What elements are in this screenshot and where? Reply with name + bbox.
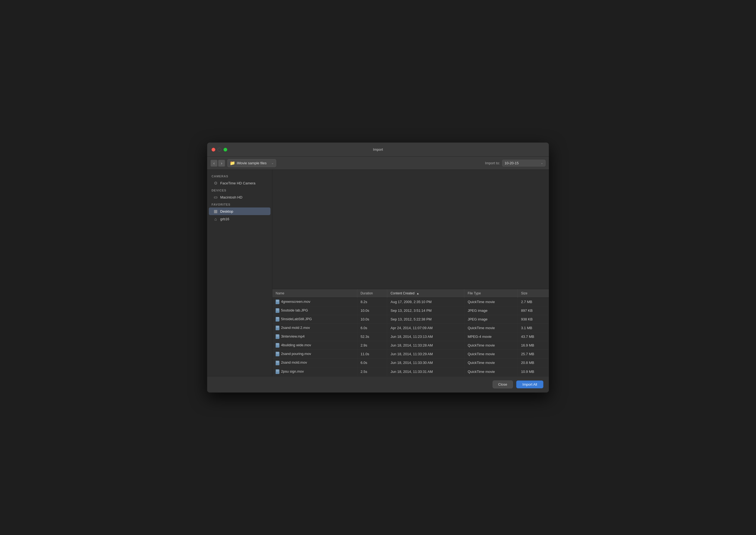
cell-content-created: Aug 17, 2009, 2:35:10 PM <box>387 298 464 306</box>
folder-selector[interactable]: 📁 iMovie sample files ⌄ <box>227 159 276 167</box>
back-button[interactable]: ‹ <box>210 160 217 167</box>
file-doc-icon <box>276 325 279 330</box>
table-row[interactable]: 2psu sign.mov2.5sJun 18, 2014, 11:33:31 … <box>272 367 549 376</box>
cell-duration: 11.0s <box>357 350 387 358</box>
cell-duration: 6.0s <box>357 324 387 332</box>
sidebar-item-grb16[interactable]: ⌂ grb16 <box>209 215 270 223</box>
cell-size: 3.1 MB <box>518 324 549 332</box>
cell-content-created: Jun 18, 2014, 11:23:13 AM <box>387 332 464 341</box>
cell-duration: 5.7s <box>357 376 387 376</box>
file-doc-icon <box>276 308 279 313</box>
cell-content-created: Jun 18, 2014, 11:33:28 AM <box>387 341 464 350</box>
file-doc-icon <box>276 352 279 356</box>
cell-size: 897 KB <box>518 306 549 315</box>
table-row[interactable]: 4greenscreen.mov8.2sAug 17, 2009, 2:35:1… <box>272 298 549 306</box>
table-row[interactable]: 3interview.mp452.3sJun 18, 2014, 11:23:1… <box>272 332 549 341</box>
home-icon: ⌂ <box>213 217 218 221</box>
table-row[interactable]: 2sand mold.mov6.0sJun 18, 2014, 11:33:30… <box>272 358 549 367</box>
cell-content-created: Apr 24, 2014, 11:07:09 AM <box>387 324 464 332</box>
col-name[interactable]: Name <box>272 289 357 298</box>
cell-content-created: Jun 18, 2014, 11:33:29 AM <box>387 350 464 358</box>
forward-button[interactable]: › <box>218 160 225 167</box>
close-window-button[interactable] <box>211 148 215 152</box>
sidebar-item-macintosh-hd[interactable]: ▭ Macintosh HD <box>209 193 270 201</box>
table-row[interactable]: 2sand pouring.mov11.0sJun 18, 2014, 11:3… <box>272 350 549 358</box>
cell-size: 2.7 MB <box>518 298 549 306</box>
cell-file-type: JPEG image <box>464 306 518 315</box>
folder-chevron-icon: ⌄ <box>271 161 274 165</box>
window-title: Import <box>373 148 383 152</box>
cell-name: 2sand pouring.mov <box>272 350 357 358</box>
table-row[interactable]: 2metal pouring 3 CU.mov5.7sJun 18, 2014,… <box>272 376 549 376</box>
table-row[interactable]: 4building wide.mov2.9sJun 18, 2014, 11:3… <box>272 341 549 350</box>
cell-name: 4greenscreen.mov <box>272 298 357 306</box>
cell-size: 10.9 MB <box>518 367 549 376</box>
cell-size: 20.8 MB <box>518 358 549 367</box>
cell-duration: 10.0s <box>357 306 387 315</box>
folder-icon: 📁 <box>230 160 235 166</box>
cell-content-created: Jun 18, 2014, 11:33:32 AM <box>387 376 464 376</box>
sidebar-item-desktop[interactable]: ▦ Desktop <box>209 208 270 215</box>
file-doc-icon <box>276 361 279 365</box>
cell-file-type: QuickTime movie <box>464 367 518 376</box>
table-row[interactable]: 5InsideLabStill.JPG10.0sSep 13, 2012, 5:… <box>272 315 549 324</box>
file-table-container[interactable]: Name Duration Content Created ▲ File Typ… <box>272 289 549 376</box>
cell-file-type: MPEG-4 movie <box>464 332 518 341</box>
nav-buttons: ‹ › <box>210 160 225 167</box>
cell-name: 3interview.mp4 <box>272 332 357 341</box>
cell-content-created: Sep 13, 2012, 5:22:38 PM <box>387 315 464 324</box>
sidebar-item-label: Macintosh HD <box>220 195 242 199</box>
folder-name: iMovie sample files <box>237 161 270 165</box>
sidebar-item-facetime[interactable]: ⊙ FaceTime HD Camera <box>209 179 270 187</box>
cell-duration: 52.3s <box>357 332 387 341</box>
cell-content-created: Sep 13, 2012, 3:51:14 PM <box>387 306 464 315</box>
sidebar: CAMERAS ⊙ FaceTime HD Camera DEVICES ▭ M… <box>207 170 272 376</box>
file-doc-icon <box>276 299 279 304</box>
cell-size: 20 MB <box>518 376 549 376</box>
main-content: CAMERAS ⊙ FaceTime HD Camera DEVICES ▭ M… <box>207 170 549 376</box>
cell-name: 2sand mold.mov <box>272 358 357 367</box>
table-body: 4greenscreen.mov8.2sAug 17, 2009, 2:35:1… <box>272 298 549 377</box>
sort-arrow-icon: ▲ <box>417 292 419 295</box>
table-row[interactable]: 5outside lab.JPG10.0sSep 13, 2012, 3:51:… <box>272 306 549 315</box>
favorites-section-label: FAVORITES <box>207 201 272 207</box>
maximize-window-button[interactable] <box>223 148 227 152</box>
cell-size: 25.7 MB <box>518 350 549 358</box>
file-doc-icon <box>276 334 279 339</box>
cell-duration: 2.5s <box>357 367 387 376</box>
cell-file-type: JPEG image <box>464 315 518 324</box>
cell-content-created: Jun 18, 2014, 11:33:30 AM <box>387 358 464 367</box>
cell-name: 5InsideLabStill.JPG <box>272 315 357 324</box>
file-doc-icon <box>276 317 279 322</box>
import-to-selector[interactable]: 10-20-15 ⌄ <box>502 160 546 166</box>
cell-duration: 10.0s <box>357 315 387 324</box>
cell-size: 43.7 MB <box>518 332 549 341</box>
camera-icon: ⊙ <box>213 181 218 185</box>
col-content-created[interactable]: Content Created ▲ <box>387 289 464 298</box>
file-area: Name Duration Content Created ▲ File Typ… <box>272 170 549 376</box>
cell-name: 2metal pouring 3 CU.mov <box>272 376 357 376</box>
devices-section-label: DEVICES <box>207 187 272 193</box>
table-row[interactable]: 2sand mold 2.mov6.0sApr 24, 2014, 11:07:… <box>272 324 549 332</box>
col-size[interactable]: Size <box>518 289 549 298</box>
minimize-window-button[interactable] <box>217 148 221 152</box>
cell-name: 5outside lab.JPG <box>272 306 357 315</box>
sidebar-item-label: Desktop <box>220 210 233 213</box>
close-button[interactable]: Close <box>492 380 513 388</box>
cell-name: 4building wide.mov <box>272 341 357 350</box>
cell-name: 2psu sign.mov <box>272 367 357 376</box>
titlebar: Import <box>207 143 549 157</box>
cell-file-type: QuickTime movie <box>464 341 518 350</box>
import-all-button[interactable]: Import All <box>516 380 544 388</box>
table-header: Name Duration Content Created ▲ File Typ… <box>272 289 549 298</box>
cell-duration: 2.9s <box>357 341 387 350</box>
col-duration[interactable]: Duration <box>357 289 387 298</box>
col-file-type[interactable]: File Type <box>464 289 518 298</box>
cell-file-type: QuickTime movie <box>464 376 518 376</box>
sidebar-item-label: FaceTime HD Camera <box>220 181 256 185</box>
cell-size: 16.9 MB <box>518 341 549 350</box>
bottom-bar: Close Import All <box>207 376 549 392</box>
cell-size: 938 KB <box>518 315 549 324</box>
import-to-chevron-icon: ⌄ <box>541 161 543 165</box>
file-table: Name Duration Content Created ▲ File Typ… <box>272 289 549 376</box>
